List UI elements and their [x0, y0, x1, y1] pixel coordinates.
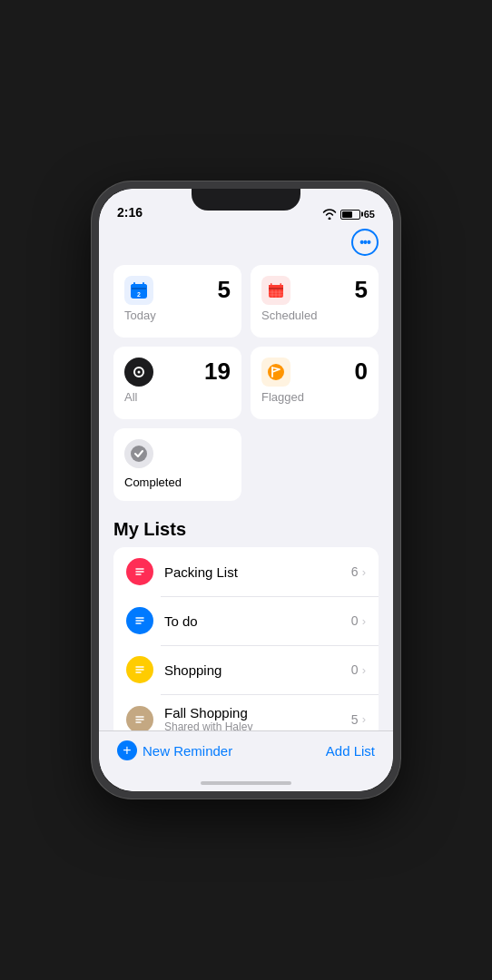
shopping-list-info: Shopping — [164, 662, 351, 678]
top-bar: ••• — [113, 223, 379, 265]
packing-list-icon — [126, 558, 153, 585]
all-icon — [124, 358, 153, 387]
battery-icon — [340, 210, 360, 220]
svg-point-26 — [131, 446, 147, 462]
flagged-count: 0 — [355, 358, 368, 386]
smart-card-completed[interactable]: Completed — [113, 428, 241, 501]
shopping-list-name: Shopping — [164, 662, 351, 678]
packing-chevron-icon: › — [362, 565, 366, 579]
battery-percent: 65 — [364, 209, 375, 220]
list-item-shopping[interactable]: Shopping 0 › — [113, 645, 379, 694]
phone-screen: 2:16 65 ••• — [99, 189, 393, 791]
main-content: ••• — [99, 223, 393, 730]
fall-shopping-count: 5 — [351, 712, 359, 727]
completed-label: Completed — [124, 475, 231, 489]
today-icon: 2 — [124, 276, 153, 305]
add-list-button[interactable]: Add List — [326, 743, 375, 759]
today-count: 5 — [218, 276, 231, 304]
shopping-chevron-icon: › — [362, 663, 366, 677]
todo-list-right: 0 › — [351, 613, 366, 628]
fall-shopping-chevron-icon: › — [362, 712, 366, 726]
svg-rect-21 — [280, 283, 282, 287]
shopping-list-count: 0 — [351, 662, 359, 677]
all-count: 19 — [204, 358, 231, 386]
phone-frame: 2:16 65 ••• — [92, 181, 400, 799]
todo-list-name: To do — [164, 613, 351, 629]
status-time: 2:16 — [117, 205, 143, 220]
scheduled-label: Scheduled — [261, 309, 368, 322]
flagged-label: Flagged — [261, 390, 368, 404]
fall-shopping-info: Fall Shopping Shared with Haley — [164, 705, 351, 730]
new-reminder-button[interactable]: + New Reminder — [117, 740, 232, 760]
todo-chevron-icon: › — [362, 614, 366, 628]
wifi-icon — [322, 209, 337, 220]
svg-rect-10 — [133, 283, 135, 287]
svg-rect-8 — [132, 288, 146, 289]
smart-card-flagged[interactable]: 0 Flagged — [251, 347, 379, 419]
lists-card: Packing List 6 › — [113, 547, 379, 730]
fall-shopping-list-icon — [126, 706, 153, 731]
more-dots-icon: ••• — [359, 236, 370, 249]
smart-card-all[interactable]: 19 All — [113, 347, 241, 419]
packing-list-name: Packing List — [164, 564, 351, 580]
notch — [192, 189, 300, 211]
new-reminder-label: New Reminder — [143, 743, 232, 759]
scheduled-count: 5 — [355, 276, 368, 304]
fall-shopping-name: Fall Shopping — [164, 705, 351, 720]
shopping-list-icon — [126, 656, 153, 683]
todo-list-icon — [126, 607, 153, 634]
status-icons: 65 — [322, 209, 375, 220]
fall-shopping-sub: Shared with Haley — [164, 720, 351, 730]
svg-point-24 — [138, 371, 141, 374]
all-label: All — [124, 390, 231, 404]
list-item-todo[interactable]: To do 0 › — [113, 596, 379, 645]
scheduled-icon — [261, 276, 290, 305]
flagged-icon — [261, 358, 290, 387]
smart-card-today[interactable]: 2 5 Today — [113, 265, 241, 338]
packing-list-right: 6 › — [351, 564, 366, 579]
svg-point-25 — [268, 364, 284, 380]
more-button[interactable]: ••• — [351, 229, 379, 256]
smart-grid: 2 5 Today — [113, 265, 379, 419]
list-item-packing[interactable]: Packing List 6 › — [113, 547, 379, 596]
todo-list-count: 0 — [351, 613, 359, 628]
shopping-list-right: 0 › — [351, 662, 366, 677]
add-list-label: Add List — [326, 743, 375, 759]
completed-icon — [124, 439, 153, 468]
fall-shopping-right: 5 › — [351, 712, 366, 727]
home-bar — [201, 781, 291, 785]
my-lists-title: My Lists — [113, 519, 379, 540]
todo-list-info: To do — [164, 613, 351, 629]
svg-text:2: 2 — [137, 291, 141, 298]
svg-rect-14 — [269, 288, 283, 289]
list-item-fall-shopping[interactable]: Fall Shopping Shared with Haley 5 › — [113, 694, 379, 730]
svg-rect-11 — [143, 283, 145, 287]
svg-rect-20 — [271, 283, 272, 287]
today-label: Today — [124, 309, 231, 322]
packing-list-info: Packing List — [164, 564, 351, 580]
packing-list-count: 6 — [351, 564, 359, 579]
home-indicator — [99, 775, 393, 791]
battery-fill — [342, 211, 353, 218]
bottom-bar: + New Reminder Add List — [99, 730, 393, 775]
smart-card-scheduled[interactable]: 5 Scheduled — [251, 265, 379, 338]
new-reminder-plus-icon: + — [117, 740, 137, 760]
